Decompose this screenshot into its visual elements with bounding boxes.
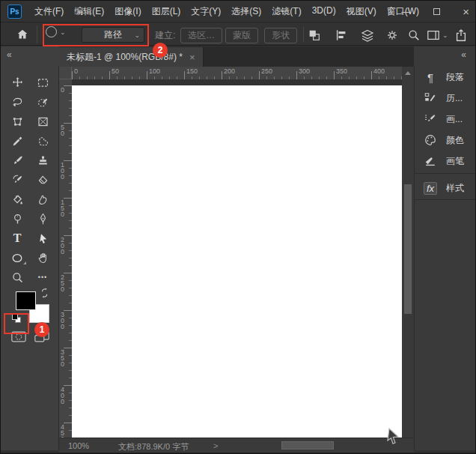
ruler-label: 250 <box>61 274 66 292</box>
panel-button-brushes[interactable]: 画笔 <box>415 151 476 172</box>
make-shape-button[interactable]: 形状 <box>264 28 297 43</box>
ruler-label: 300 <box>61 312 66 330</box>
hand-tool[interactable] <box>30 248 55 267</box>
ruler-label: 150 <box>61 199 66 217</box>
transform-frame-tool[interactable] <box>4 112 30 131</box>
ruler-label: 250 <box>261 67 272 75</box>
status-chevron-icon[interactable]: > <box>213 441 218 450</box>
history-brush-tool[interactable] <box>4 170 30 190</box>
panel-button-paragraph[interactable]: ¶ 段落 <box>415 67 476 88</box>
menu-item[interactable]: 编辑(E) <box>69 3 109 20</box>
panel-label: 画笔 <box>446 155 464 168</box>
toolbar-collapse[interactable]: « <box>1 46 59 67</box>
menu-item[interactable]: 滤镜(T) <box>266 3 306 20</box>
magnifier-icon[interactable] <box>407 28 421 42</box>
path-alignment-icon[interactable] <box>335 28 348 42</box>
mouse-cursor <box>385 427 402 445</box>
menu-item[interactable]: 选择(S) <box>226 3 266 20</box>
object-selection-tool[interactable] <box>30 92 55 112</box>
gear-icon[interactable] <box>385 28 399 42</box>
move-tool[interactable] <box>4 73 30 92</box>
photoshop-window: Ps 文件(F)编辑(E)图像(I)图层(L)文字(Y)选择(S)滤镜(T)3D… <box>0 0 476 454</box>
annotation-box-ellipse-tool <box>4 313 29 334</box>
eraser-tool[interactable] <box>30 170 55 190</box>
home-icon[interactable] <box>16 28 29 41</box>
color-palette-icon <box>421 133 439 148</box>
ellipse-tool[interactable] <box>4 248 30 267</box>
brushes-icon <box>421 154 439 169</box>
annotation-badge-1: 1 <box>34 322 49 337</box>
panel-button-color[interactable]: 颜色 <box>415 130 476 151</box>
tab-close-icon[interactable]: × <box>189 52 195 63</box>
scroll-up-arrow[interactable] <box>405 71 411 75</box>
status-bar: 100% 文档:878.9K/0 字节 > <box>59 438 414 453</box>
workspace-icon[interactable] <box>426 28 441 42</box>
document-size-info: 文档:878.9K/0 字节 <box>118 441 189 453</box>
ruler-label: 150 <box>186 67 198 75</box>
smudge-tool[interactable] <box>30 190 55 209</box>
healing-patch-tool[interactable] <box>30 131 55 151</box>
lasso-tool[interactable] <box>4 92 30 112</box>
annotation-badge-2: 2 <box>153 43 168 58</box>
minimize-button[interactable]: — <box>401 7 411 16</box>
make-selection-button[interactable]: 选区… <box>180 28 222 43</box>
menu-item[interactable]: 图像(I) <box>109 3 146 20</box>
menu-item[interactable]: 图层(L) <box>147 3 186 20</box>
maximize-button[interactable] <box>433 8 440 15</box>
foreground-color-swatch[interactable] <box>16 291 36 310</box>
ruler-label: 50 <box>61 124 66 136</box>
tool-panel: T ••• <box>1 67 59 450</box>
dock-divider <box>415 173 476 174</box>
swap-colors-icon[interactable] <box>40 288 50 298</box>
menu-bar: Ps 文件(F)编辑(E)图像(I)图层(L)文字(Y)选择(S)滤镜(T)3D… <box>1 1 476 22</box>
document-canvas[interactable] <box>72 85 402 438</box>
panel-label: 历... <box>446 92 463 105</box>
ruler-label: 200 <box>224 67 235 75</box>
path-arrangement-icon[interactable] <box>360 28 375 43</box>
ruler-label: 200 <box>61 237 66 255</box>
frame-tool[interactable] <box>30 112 55 131</box>
clone-stamp-tool[interactable] <box>30 151 55 170</box>
edit-toolbar-ellipsis[interactable]: ••• <box>30 267 55 287</box>
paragraph-icon: ¶ <box>421 70 439 85</box>
dodge-tool[interactable] <box>4 209 30 228</box>
ruler-label: 0 <box>61 87 66 93</box>
type-tool[interactable]: T <box>4 228 30 248</box>
menu-item[interactable]: 视图(V) <box>341 3 382 20</box>
menu-item[interactable]: 3D(D) <box>307 3 341 20</box>
zoom-level-field[interactable]: 100% <box>68 441 89 450</box>
panel-button-styles[interactable]: fx 样式 <box>415 179 476 200</box>
horizontal-scroll-thumb[interactable] <box>281 441 334 450</box>
paint-bucket-tool[interactable] <box>4 190 30 209</box>
menu-item[interactable]: 文字(Y) <box>186 3 226 20</box>
panel-button-history[interactable]: 历... <box>415 88 476 109</box>
ruler-label: 400 <box>373 67 385 75</box>
menu-items: 文件(F)编辑(E)图像(I)图层(L)文字(Y)选择(S)滤镜(T)3D(D)… <box>29 3 424 20</box>
vertical-scrollbar[interactable] <box>402 67 414 438</box>
close-button[interactable]: × <box>463 7 469 16</box>
panel-label: 颜色 <box>446 134 464 147</box>
brush-tool[interactable] <box>4 151 30 170</box>
pen-tool[interactable] <box>30 209 55 228</box>
menu-item[interactable]: 文件(F) <box>29 3 69 20</box>
chevron-down-icon[interactable]: ⌄ <box>442 31 448 39</box>
create-label: 建立: <box>155 29 175 42</box>
vertical-scroll-thumb[interactable] <box>404 184 412 314</box>
path-operations-icon[interactable] <box>308 28 321 42</box>
zoom-tool[interactable] <box>4 267 30 287</box>
panel-button-brush-settings[interactable]: 画... <box>415 109 476 130</box>
ruler-origin-box[interactable] <box>59 67 72 79</box>
ruler-label: 300 <box>299 67 310 75</box>
ruler-label: 350 <box>61 349 66 367</box>
ruler-label: 350 <box>336 67 347 75</box>
dock-collapse[interactable]: « <box>414 46 476 67</box>
marquee-tool[interactable] <box>30 73 55 92</box>
ruler-label: 50 <box>112 67 119 75</box>
document-tab[interactable]: 未标题-1 @ 100%(RGB/8#) * × <box>59 47 204 67</box>
panel-label: 样式 <box>446 182 464 195</box>
path-selection-tool[interactable] <box>30 228 55 248</box>
panel-dock: ¶ 段落 历... 画... 颜色 画笔 <box>414 67 476 450</box>
share-icon[interactable] <box>454 28 468 42</box>
make-mask-button[interactable]: 蒙版 <box>225 28 258 43</box>
eyedropper-tool[interactable] <box>4 131 30 151</box>
